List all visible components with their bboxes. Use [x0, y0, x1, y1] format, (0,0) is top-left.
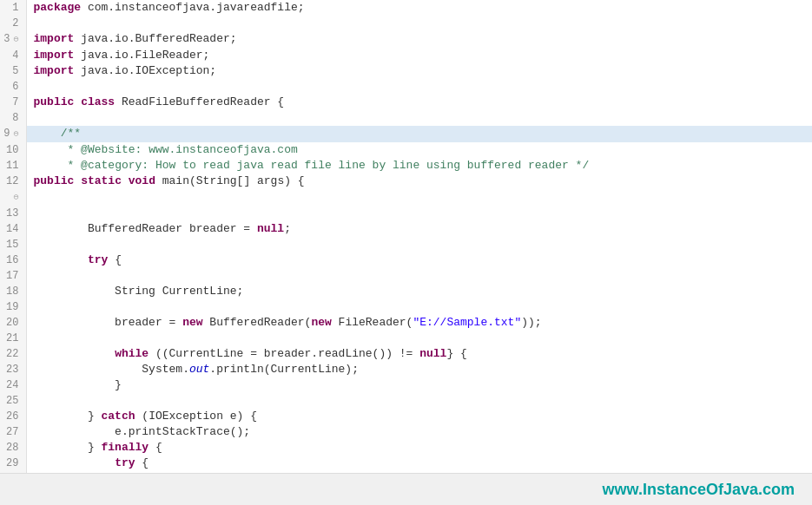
table-row: 5import java.io.IOException; [0, 63, 812, 79]
table-row: 24 } [0, 377, 812, 393]
kw-token: void [129, 174, 155, 187]
code-line: e.printStackTrace(); [26, 424, 812, 440]
code-line: while ((CurrentLine = breader.readLine()… [26, 346, 812, 362]
table-row: 29 try { [0, 456, 812, 471]
code-line: public class ReadFileBufferedReader { [26, 95, 812, 110]
code-line: String CurrentLine; [26, 284, 812, 299]
code-line: System.out.println(CurrentLine); [26, 362, 812, 377]
table-row: 4import java.io.FileReader; [0, 48, 812, 63]
table-row: 3⊖import java.io.BufferedReader; [0, 31, 812, 48]
line-number: 29 [0, 456, 26, 471]
line-number: 5 [0, 63, 26, 79]
line-number: 30 [0, 471, 26, 473]
kw-token: null [243, 472, 270, 473]
kw-token: public [34, 95, 75, 108]
line-number: 13 [0, 206, 26, 221]
code-line: import java.io.FileReader; [26, 48, 812, 63]
cm-token: /** [61, 127, 81, 140]
code-line: try { [26, 456, 812, 471]
line-number: 4 [0, 48, 26, 63]
code-line [26, 393, 812, 409]
line-number: 24 [0, 377, 26, 393]
table-row: 8 [0, 110, 812, 126]
code-line: BufferedReader breader = null; [26, 221, 812, 237]
line-number: 28 [0, 440, 26, 456]
table-row: 18 String CurrentLine; [0, 284, 812, 299]
code-line [26, 331, 812, 346]
code-line [26, 206, 812, 221]
line-number: 27 [0, 424, 26, 440]
table-row: 15 [0, 237, 812, 252]
line-number: 7 [0, 95, 26, 110]
line-number: 19 [0, 299, 26, 315]
code-line: * @category: How to read java read file … [26, 158, 812, 174]
line-number: 12⊖ [0, 174, 26, 206]
line-number: 15 [0, 237, 26, 252]
code-line [26, 79, 812, 95]
code-line: import java.io.IOException; [26, 63, 812, 79]
code-line [26, 16, 812, 31]
code-line [26, 299, 812, 315]
code-line: breader = new BufferedReader(new FileRea… [26, 315, 812, 331]
line-number: 8 [0, 110, 26, 126]
kw-token: public [34, 174, 75, 187]
code-line: try { [26, 252, 812, 268]
code-line: * @Website: www.instanceofjava.com [26, 142, 812, 158]
table-row: 7public class ReadFileBufferedReader { [0, 95, 812, 110]
table-row: 30 if (breader != null) [0, 471, 812, 473]
table-row: 12⊖public static void main(String[] args… [0, 174, 812, 206]
table-row: 9⊖ /** [0, 126, 812, 142]
table-row: 14 BufferedReader breader = null; [0, 221, 812, 237]
kw-token: new [182, 316, 202, 329]
table-row: 21 [0, 331, 812, 346]
footer: www.InstanceOfJava.com [0, 473, 812, 505]
st-token: "E://Sample.txt" [413, 316, 521, 329]
kw-token: if [142, 472, 155, 473]
code-line: } finally { [26, 440, 812, 456]
kw-token: finally [102, 441, 149, 454]
fold-icon[interactable]: ⊖ [10, 127, 19, 142]
code-editor: 1package com.instanceofjava.javareadfile… [0, 0, 812, 473]
table-row: 11 * @category: How to read java read fi… [0, 158, 812, 174]
line-number: 2 [0, 16, 26, 31]
code-line: public static void main(String[] args) { [26, 174, 812, 206]
code-line: } catch (IOException e) { [26, 409, 812, 424]
kw-token: package [34, 1, 82, 14]
line-number: 17 [0, 268, 26, 284]
table-row: 6 [0, 79, 812, 95]
kw-token: static [81, 174, 122, 187]
line-number: 6 [0, 79, 26, 95]
line-number: 9⊖ [0, 126, 26, 142]
code-line: if (breader != null) [26, 471, 812, 473]
table-row: 23 System.out.println(CurrentLine); [0, 362, 812, 377]
kw-token: import [34, 32, 75, 45]
table-row: 16 try { [0, 252, 812, 268]
table-row: 13 [0, 206, 812, 221]
line-number: 22 [0, 346, 26, 362]
kw-token: while [115, 347, 149, 360]
table-row: 22 while ((CurrentLine = breader.readLin… [0, 346, 812, 362]
fold-icon[interactable]: ⊖ [10, 190, 19, 206]
kw-token: import [34, 64, 75, 77]
table-row: 1package com.instanceofjava.javareadfile… [0, 0, 812, 16]
code-line: import java.io.BufferedReader; [26, 31, 812, 48]
kw-token: catch [102, 410, 135, 423]
kw-token: import [34, 49, 75, 62]
code-line [26, 237, 812, 252]
table-row: 26 } catch (IOException e) { [0, 409, 812, 424]
table-row: 27 e.printStackTrace(); [0, 424, 812, 440]
table-row: 17 [0, 268, 812, 284]
code-line: } [26, 377, 812, 393]
line-number: 14 [0, 221, 26, 237]
line-number: 25 [0, 393, 26, 409]
fold-icon[interactable]: ⊖ [10, 32, 19, 48]
kw-token: null [419, 347, 446, 360]
kw-token: try [115, 456, 135, 469]
line-number: 3⊖ [0, 31, 26, 48]
line-number: 10 [0, 142, 26, 158]
line-number: 11 [0, 158, 26, 174]
footer-website: www.InstanceOfJava.com [603, 481, 795, 499]
line-number: 1 [0, 0, 26, 16]
table-row: 28 } finally { [0, 440, 812, 456]
table-row: 20 breader = new BufferedReader(new File… [0, 315, 812, 331]
